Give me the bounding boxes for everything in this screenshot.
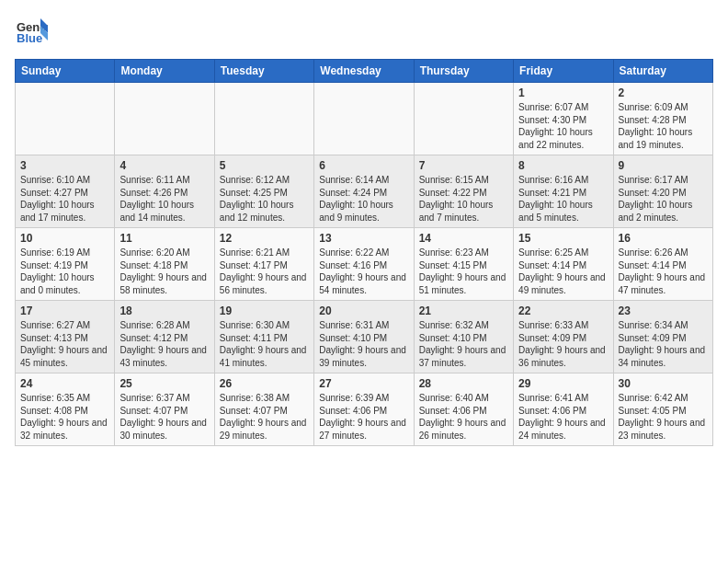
- day-info: Sunrise: 6:12 AM Sunset: 4:25 PM Dayligh…: [220, 174, 309, 224]
- day-number: 9: [619, 159, 708, 172]
- day-number: 7: [419, 159, 508, 172]
- svg-text:Blue: Blue: [17, 31, 42, 45]
- logo-icon: General Blue: [15, 15, 48, 48]
- calendar-cell: 9Sunrise: 6:17 AM Sunset: 4:20 PM Daylig…: [613, 155, 712, 228]
- calendar-cell: 28Sunrise: 6:40 AM Sunset: 4:06 PM Dayli…: [414, 373, 513, 446]
- day-number: 3: [20, 159, 109, 172]
- day-info: Sunrise: 6:32 AM Sunset: 4:10 PM Dayligh…: [419, 319, 508, 369]
- calendar-cell: 11Sunrise: 6:20 AM Sunset: 4:18 PM Dayli…: [115, 228, 214, 301]
- calendar-cell: 26Sunrise: 6:38 AM Sunset: 4:07 PM Dayli…: [214, 373, 313, 446]
- calendar-cell: [16, 83, 115, 155]
- day-number: 6: [319, 159, 408, 172]
- calendar-cell: [414, 83, 513, 155]
- day-number: 21: [419, 304, 508, 317]
- calendar-cell: 7Sunrise: 6:15 AM Sunset: 4:22 PM Daylig…: [414, 155, 513, 228]
- day-info: Sunrise: 6:23 AM Sunset: 4:15 PM Dayligh…: [419, 247, 508, 296]
- weekday-header-tuesday: Tuesday: [214, 60, 313, 83]
- calendar-table: SundayMondayTuesdayWednesdayThursdayFrid…: [15, 59, 713, 446]
- calendar-cell: 6Sunrise: 6:14 AM Sunset: 4:24 PM Daylig…: [314, 155, 414, 228]
- calendar-cell: 23Sunrise: 6:34 AM Sunset: 4:09 PM Dayli…: [613, 301, 712, 373]
- weekday-header-friday: Friday: [514, 60, 613, 83]
- calendar-cell: 30Sunrise: 6:42 AM Sunset: 4:05 PM Dayli…: [613, 373, 712, 446]
- day-info: Sunrise: 6:28 AM Sunset: 4:12 PM Dayligh…: [119, 319, 209, 369]
- calendar-cell: 19Sunrise: 6:30 AM Sunset: 4:11 PM Dayli…: [214, 301, 313, 373]
- day-number: 30: [619, 377, 708, 390]
- day-info: Sunrise: 6:27 AM Sunset: 4:13 PM Dayligh…: [20, 319, 109, 369]
- day-number: 10: [20, 232, 109, 245]
- day-info: Sunrise: 6:40 AM Sunset: 4:06 PM Dayligh…: [419, 392, 508, 442]
- calendar-cell: 13Sunrise: 6:22 AM Sunset: 4:16 PM Dayli…: [314, 228, 414, 301]
- day-info: Sunrise: 6:30 AM Sunset: 4:11 PM Dayligh…: [220, 319, 309, 369]
- day-number: 23: [619, 304, 708, 317]
- day-number: 12: [220, 232, 309, 245]
- day-number: 8: [518, 159, 608, 172]
- calendar-body: 1Sunrise: 6:07 AM Sunset: 4:30 PM Daylig…: [16, 83, 713, 446]
- day-info: Sunrise: 6:14 AM Sunset: 4:24 PM Dayligh…: [319, 174, 408, 224]
- day-number: 1: [518, 86, 608, 99]
- day-number: 4: [119, 159, 209, 172]
- day-info: Sunrise: 6:39 AM Sunset: 4:06 PM Dayligh…: [319, 392, 408, 442]
- calendar-cell: 27Sunrise: 6:39 AM Sunset: 4:06 PM Dayli…: [314, 373, 414, 446]
- calendar-cell: 16Sunrise: 6:26 AM Sunset: 4:14 PM Dayli…: [613, 228, 712, 301]
- calendar-cell: 21Sunrise: 6:32 AM Sunset: 4:10 PM Dayli…: [414, 301, 513, 373]
- day-number: 16: [619, 232, 708, 245]
- day-number: 18: [119, 304, 209, 317]
- day-number: 15: [518, 232, 608, 245]
- weekday-header-thursday: Thursday: [414, 60, 513, 83]
- calendar-cell: 1Sunrise: 6:07 AM Sunset: 4:30 PM Daylig…: [514, 83, 613, 155]
- calendar-cell: 3Sunrise: 6:10 AM Sunset: 4:27 PM Daylig…: [16, 155, 115, 228]
- day-number: 24: [20, 377, 109, 390]
- day-info: Sunrise: 6:42 AM Sunset: 4:05 PM Dayligh…: [619, 392, 708, 442]
- calendar-cell: 29Sunrise: 6:41 AM Sunset: 4:06 PM Dayli…: [514, 373, 613, 446]
- day-number: 28: [419, 377, 508, 390]
- day-info: Sunrise: 6:25 AM Sunset: 4:14 PM Dayligh…: [518, 247, 608, 296]
- calendar-cell: 25Sunrise: 6:37 AM Sunset: 4:07 PM Dayli…: [115, 373, 214, 446]
- day-info: Sunrise: 6:22 AM Sunset: 4:16 PM Dayligh…: [319, 247, 408, 296]
- day-number: 27: [319, 377, 408, 390]
- weekday-header-saturday: Saturday: [613, 60, 712, 83]
- day-info: Sunrise: 6:34 AM Sunset: 4:09 PM Dayligh…: [619, 319, 708, 369]
- day-number: 17: [20, 304, 109, 317]
- day-info: Sunrise: 6:35 AM Sunset: 4:08 PM Dayligh…: [20, 392, 109, 442]
- calendar-cell: 15Sunrise: 6:25 AM Sunset: 4:14 PM Dayli…: [514, 228, 613, 301]
- calendar-cell: 8Sunrise: 6:16 AM Sunset: 4:21 PM Daylig…: [514, 155, 613, 228]
- day-number: 26: [220, 377, 309, 390]
- weekday-header-monday: Monday: [115, 60, 214, 83]
- day-number: 2: [619, 86, 708, 99]
- calendar-cell: 4Sunrise: 6:11 AM Sunset: 4:26 PM Daylig…: [115, 155, 214, 228]
- day-number: 13: [319, 232, 408, 245]
- day-info: Sunrise: 6:07 AM Sunset: 4:30 PM Dayligh…: [518, 101, 608, 151]
- day-info: Sunrise: 6:19 AM Sunset: 4:19 PM Dayligh…: [20, 247, 109, 296]
- calendar-cell: 5Sunrise: 6:12 AM Sunset: 4:25 PM Daylig…: [214, 155, 313, 228]
- calendar-cell: [115, 83, 214, 155]
- calendar-cell: [214, 83, 313, 155]
- day-number: 5: [220, 159, 309, 172]
- calendar-week-1: 1Sunrise: 6:07 AM Sunset: 4:30 PM Daylig…: [16, 83, 713, 155]
- calendar-cell: [314, 83, 414, 155]
- calendar-week-5: 24Sunrise: 6:35 AM Sunset: 4:08 PM Dayli…: [16, 373, 713, 446]
- day-info: Sunrise: 6:26 AM Sunset: 4:14 PM Dayligh…: [619, 247, 708, 296]
- day-info: Sunrise: 6:09 AM Sunset: 4:28 PM Dayligh…: [619, 101, 708, 151]
- calendar-week-3: 10Sunrise: 6:19 AM Sunset: 4:19 PM Dayli…: [16, 228, 713, 301]
- day-number: 20: [319, 304, 408, 317]
- day-info: Sunrise: 6:38 AM Sunset: 4:07 PM Dayligh…: [220, 392, 309, 442]
- day-number: 25: [119, 377, 209, 390]
- calendar-week-4: 17Sunrise: 6:27 AM Sunset: 4:13 PM Dayli…: [16, 301, 713, 373]
- day-info: Sunrise: 6:33 AM Sunset: 4:09 PM Dayligh…: [518, 319, 608, 369]
- day-info: Sunrise: 6:11 AM Sunset: 4:26 PM Dayligh…: [119, 174, 209, 224]
- day-info: Sunrise: 6:10 AM Sunset: 4:27 PM Dayligh…: [20, 174, 109, 224]
- day-number: 19: [220, 304, 309, 317]
- page-header: General Blue: [15, 15, 713, 48]
- day-info: Sunrise: 6:15 AM Sunset: 4:22 PM Dayligh…: [419, 174, 508, 224]
- calendar-cell: 24Sunrise: 6:35 AM Sunset: 4:08 PM Dayli…: [16, 373, 115, 446]
- calendar-cell: 20Sunrise: 6:31 AM Sunset: 4:10 PM Dayli…: [314, 301, 414, 373]
- weekday-header-wednesday: Wednesday: [314, 60, 414, 83]
- calendar-header-row: SundayMondayTuesdayWednesdayThursdayFrid…: [16, 60, 713, 83]
- calendar-cell: 10Sunrise: 6:19 AM Sunset: 4:19 PM Dayli…: [16, 228, 115, 301]
- logo: General Blue: [15, 15, 51, 48]
- calendar-cell: 22Sunrise: 6:33 AM Sunset: 4:09 PM Dayli…: [514, 301, 613, 373]
- calendar-cell: 12Sunrise: 6:21 AM Sunset: 4:17 PM Dayli…: [214, 228, 313, 301]
- day-number: 29: [518, 377, 608, 390]
- day-info: Sunrise: 6:20 AM Sunset: 4:18 PM Dayligh…: [119, 247, 209, 296]
- day-info: Sunrise: 6:16 AM Sunset: 4:21 PM Dayligh…: [518, 174, 608, 224]
